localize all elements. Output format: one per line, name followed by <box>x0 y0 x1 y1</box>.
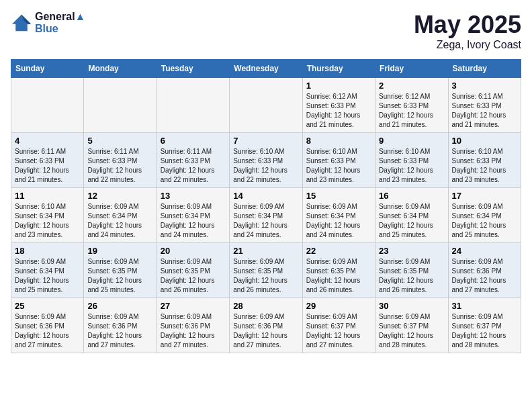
day-number: 10 <box>452 136 517 146</box>
calendar-cell: 5Sunrise: 6:11 AM Sunset: 6:33 PM Daylig… <box>84 133 157 188</box>
calendar-day-header: Monday <box>84 60 157 78</box>
day-info: Sunrise: 6:09 AM Sunset: 6:36 PM Dayligh… <box>87 312 152 350</box>
day-info: Sunrise: 6:09 AM Sunset: 6:36 PM Dayligh… <box>15 312 80 350</box>
calendar-header-row: SundayMondayTuesdayWednesdayThursdayFrid… <box>11 60 521 78</box>
day-info: Sunrise: 6:09 AM Sunset: 6:34 PM Dayligh… <box>379 202 444 240</box>
calendar-day-header: Wednesday <box>230 60 302 78</box>
calendar-cell <box>11 78 84 133</box>
calendar-day-header: Saturday <box>448 60 521 78</box>
day-number: 1 <box>306 81 371 91</box>
day-info: Sunrise: 6:10 AM Sunset: 6:34 PM Dayligh… <box>15 202 80 240</box>
subtitle: Zega, Ivory Coast <box>414 39 521 51</box>
day-info: Sunrise: 6:09 AM Sunset: 6:36 PM Dayligh… <box>161 312 226 350</box>
calendar-day-header: Tuesday <box>157 60 229 78</box>
day-info: Sunrise: 6:09 AM Sunset: 6:34 PM Dayligh… <box>87 202 152 240</box>
day-number: 23 <box>379 246 444 256</box>
day-info: Sunrise: 6:12 AM Sunset: 6:33 PM Dayligh… <box>379 92 444 130</box>
calendar-cell: 2Sunrise: 6:12 AM Sunset: 6:33 PM Daylig… <box>375 78 448 133</box>
day-info: Sunrise: 6:09 AM Sunset: 6:36 PM Dayligh… <box>233 312 298 350</box>
day-number: 21 <box>233 246 298 256</box>
calendar-day-header: Sunday <box>11 60 84 78</box>
calendar-cell: 26Sunrise: 6:09 AM Sunset: 6:36 PM Dayli… <box>84 298 157 353</box>
day-info: Sunrise: 6:12 AM Sunset: 6:33 PM Dayligh… <box>306 92 371 130</box>
day-number: 20 <box>161 246 226 256</box>
day-info: Sunrise: 6:09 AM Sunset: 6:35 PM Dayligh… <box>233 257 298 295</box>
day-number: 17 <box>452 191 517 201</box>
day-number: 9 <box>379 136 444 146</box>
calendar-cell: 25Sunrise: 6:09 AM Sunset: 6:36 PM Dayli… <box>11 298 84 353</box>
calendar-week-row: 25Sunrise: 6:09 AM Sunset: 6:36 PM Dayli… <box>11 298 521 353</box>
day-info: Sunrise: 6:09 AM Sunset: 6:34 PM Dayligh… <box>452 202 517 240</box>
calendar-day-header: Friday <box>375 60 448 78</box>
day-number: 29 <box>306 301 371 311</box>
day-info: Sunrise: 6:09 AM Sunset: 6:35 PM Dayligh… <box>161 257 226 295</box>
day-info: Sunrise: 6:11 AM Sunset: 6:33 PM Dayligh… <box>15 147 80 185</box>
main-title: May 2025 <box>414 11 521 39</box>
calendar-cell: 17Sunrise: 6:09 AM Sunset: 6:34 PM Dayli… <box>448 188 521 243</box>
day-number: 12 <box>87 191 152 201</box>
day-info: Sunrise: 6:10 AM Sunset: 6:33 PM Dayligh… <box>233 147 298 185</box>
day-info: Sunrise: 6:11 AM Sunset: 6:33 PM Dayligh… <box>452 92 517 130</box>
day-info: Sunrise: 6:09 AM Sunset: 6:35 PM Dayligh… <box>87 257 152 295</box>
calendar-cell <box>84 78 157 133</box>
day-info: Sunrise: 6:11 AM Sunset: 6:33 PM Dayligh… <box>161 147 226 185</box>
day-number: 14 <box>233 191 298 201</box>
day-number: 13 <box>161 191 226 201</box>
calendar-cell: 14Sunrise: 6:09 AM Sunset: 6:34 PM Dayli… <box>230 188 302 243</box>
day-number: 16 <box>379 191 444 201</box>
day-info: Sunrise: 6:09 AM Sunset: 6:36 PM Dayligh… <box>452 257 517 295</box>
day-info: Sunrise: 6:09 AM Sunset: 6:37 PM Dayligh… <box>306 312 371 350</box>
day-number: 8 <box>306 136 371 146</box>
calendar-cell: 15Sunrise: 6:09 AM Sunset: 6:34 PM Dayli… <box>302 188 375 243</box>
day-number: 24 <box>452 246 517 256</box>
day-info: Sunrise: 6:09 AM Sunset: 6:34 PM Dayligh… <box>233 202 298 240</box>
calendar-week-row: 1Sunrise: 6:12 AM Sunset: 6:33 PM Daylig… <box>11 78 521 133</box>
day-number: 7 <box>233 136 298 146</box>
day-number: 6 <box>161 136 226 146</box>
calendar-cell: 13Sunrise: 6:09 AM Sunset: 6:34 PM Dayli… <box>157 188 229 243</box>
day-info: Sunrise: 6:09 AM Sunset: 6:34 PM Dayligh… <box>306 202 371 240</box>
calendar-cell: 22Sunrise: 6:09 AM Sunset: 6:35 PM Dayli… <box>302 243 375 298</box>
calendar-cell <box>230 78 302 133</box>
calendar-cell: 10Sunrise: 6:10 AM Sunset: 6:33 PM Dayli… <box>448 133 521 188</box>
day-number: 28 <box>233 301 298 311</box>
calendar-cell: 4Sunrise: 6:11 AM Sunset: 6:33 PM Daylig… <box>11 133 84 188</box>
calendar-cell: 7Sunrise: 6:10 AM Sunset: 6:33 PM Daylig… <box>230 133 302 188</box>
day-info: Sunrise: 6:09 AM Sunset: 6:34 PM Dayligh… <box>161 202 226 240</box>
day-info: Sunrise: 6:09 AM Sunset: 6:37 PM Dayligh… <box>452 312 517 350</box>
day-number: 25 <box>15 301 80 311</box>
day-info: Sunrise: 6:10 AM Sunset: 6:33 PM Dayligh… <box>306 147 371 185</box>
day-number: 26 <box>87 301 152 311</box>
calendar-cell: 21Sunrise: 6:09 AM Sunset: 6:35 PM Dayli… <box>230 243 302 298</box>
logo-icon <box>11 13 32 32</box>
day-number: 15 <box>306 191 371 201</box>
logo-text: General▲ Blue <box>35 11 85 35</box>
calendar-cell: 28Sunrise: 6:09 AM Sunset: 6:36 PM Dayli… <box>230 298 302 353</box>
calendar-cell: 9Sunrise: 6:10 AM Sunset: 6:33 PM Daylig… <box>375 133 448 188</box>
day-number: 2 <box>379 81 444 91</box>
calendar-cell <box>157 78 229 133</box>
calendar-cell: 27Sunrise: 6:09 AM Sunset: 6:36 PM Dayli… <box>157 298 229 353</box>
page-header: General▲ Blue May 2025 Zega, Ivory Coast <box>11 11 521 51</box>
calendar-cell: 30Sunrise: 6:09 AM Sunset: 6:37 PM Dayli… <box>375 298 448 353</box>
calendar-cell: 29Sunrise: 6:09 AM Sunset: 6:37 PM Dayli… <box>302 298 375 353</box>
day-info: Sunrise: 6:09 AM Sunset: 6:37 PM Dayligh… <box>379 312 444 350</box>
calendar-body: 1Sunrise: 6:12 AM Sunset: 6:33 PM Daylig… <box>11 78 521 353</box>
calendar-week-row: 18Sunrise: 6:09 AM Sunset: 6:34 PM Dayli… <box>11 243 521 298</box>
calendar-cell: 24Sunrise: 6:09 AM Sunset: 6:36 PM Dayli… <box>448 243 521 298</box>
day-number: 11 <box>15 191 80 201</box>
day-number: 3 <box>452 81 517 91</box>
day-number: 5 <box>87 136 152 146</box>
day-info: Sunrise: 6:09 AM Sunset: 6:35 PM Dayligh… <box>306 257 371 295</box>
day-number: 4 <box>15 136 80 146</box>
calendar-cell: 19Sunrise: 6:09 AM Sunset: 6:35 PM Dayli… <box>84 243 157 298</box>
day-number: 22 <box>306 246 371 256</box>
day-info: Sunrise: 6:11 AM Sunset: 6:33 PM Dayligh… <box>87 147 152 185</box>
calendar-cell: 3Sunrise: 6:11 AM Sunset: 6:33 PM Daylig… <box>448 78 521 133</box>
logo: General▲ Blue <box>11 11 85 35</box>
calendar-cell: 6Sunrise: 6:11 AM Sunset: 6:33 PM Daylig… <box>157 133 229 188</box>
day-number: 27 <box>161 301 226 311</box>
calendar-cell: 18Sunrise: 6:09 AM Sunset: 6:34 PM Dayli… <box>11 243 84 298</box>
calendar-table: SundayMondayTuesdayWednesdayThursdayFrid… <box>11 59 521 353</box>
day-info: Sunrise: 6:09 AM Sunset: 6:35 PM Dayligh… <box>379 257 444 295</box>
